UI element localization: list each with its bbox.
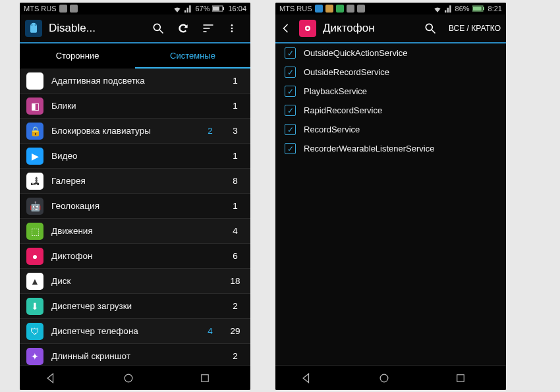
svg-point-9: [231, 30, 233, 32]
signal-icon: [445, 5, 453, 13]
list-item[interactable]: 🛡Диспетчер телефона429: [20, 319, 250, 344]
service-list: ✓OutsideQuickActionService✓OutsideRecord…: [275, 43, 506, 365]
checkbox-icon[interactable]: ✓: [285, 105, 296, 116]
overflow-icon[interactable]: [227, 22, 245, 35]
battery-icon: [212, 5, 225, 12]
app-row-icon: ⬚: [26, 223, 43, 240]
app-row-name: Диспетчер загрузки: [51, 301, 194, 311]
app-row-count: 6: [227, 251, 244, 261]
list-item[interactable]: ▶Видео1: [20, 144, 250, 169]
back-icon[interactable]: [281, 22, 293, 34]
battery-text: 67%: [195, 5, 210, 13]
list-item[interactable]: ⬚Движения4: [20, 219, 250, 244]
notif-icon: [325, 5, 333, 13]
nav-home-icon[interactable]: [378, 372, 404, 385]
service-name: RecorderWearableListenerService: [304, 144, 434, 154]
page-title: Диктофон: [323, 22, 375, 35]
nav-bar: [20, 365, 250, 390]
app-row-icon: 🛡: [26, 323, 43, 340]
app-row-name: Диктофон: [51, 251, 194, 261]
phone-left: MTS RUS 67% 16:04 Disable...: [20, 3, 250, 390]
svg-point-8: [231, 28, 233, 30]
app-row-count: 29: [227, 326, 244, 336]
notif-icon: [336, 5, 344, 13]
service-item[interactable]: ✓RecorderWearableListenerService: [275, 139, 506, 158]
svg-point-7: [231, 24, 233, 26]
nav-recent-icon[interactable]: [199, 372, 225, 384]
checkbox-icon[interactable]: ✓: [285, 86, 296, 97]
toggle-all-brief[interactable]: ВСЕ / КРАТКО: [449, 24, 501, 33]
svg-point-17: [426, 24, 432, 30]
app-icon: [299, 20, 316, 37]
app-row-name: Видео: [51, 151, 194, 161]
svg-point-19: [380, 374, 388, 382]
list-item[interactable]: 🏞Галерея8: [20, 169, 250, 194]
app-row-icon: 🏞: [26, 173, 43, 190]
search-icon[interactable]: [152, 22, 170, 35]
list-item[interactable]: ✦Длинный скриншот2: [20, 344, 250, 365]
list-item[interactable]: ◎Адаптивная подсветка1: [20, 69, 250, 94]
app-row-blue-count: 4: [202, 326, 219, 336]
app-row-name: Геолокация: [51, 201, 194, 211]
app-list[interactable]: ◎Адаптивная подсветка1◧Блики1🔒Блокировка…: [20, 69, 250, 365]
list-item[interactable]: 🤖Геолокация1: [20, 194, 250, 219]
tab-system[interactable]: Системные: [135, 43, 250, 69]
service-name: RapidRecordService: [304, 105, 382, 115]
clock-text: 8:21: [488, 5, 502, 13]
service-item[interactable]: ✓OutsideRecordService: [275, 63, 506, 82]
app-icon: [25, 20, 42, 37]
app-row-name: Блики: [51, 101, 194, 111]
clock-text: 16:04: [228, 5, 246, 13]
tab-thirdparty[interactable]: Сторонние: [20, 43, 135, 69]
checkbox-icon[interactable]: ✓: [285, 47, 296, 59]
service-item[interactable]: ✓PlaybackService: [275, 82, 506, 101]
app-row-name: Блокировка клавиатуры: [51, 126, 194, 136]
checkbox-icon[interactable]: ✓: [285, 124, 296, 135]
tabs: Сторонние Системные: [20, 43, 250, 69]
svg-rect-1: [213, 7, 219, 11]
nav-home-icon[interactable]: [122, 372, 148, 385]
service-item[interactable]: ✓RapidRecordService: [275, 101, 506, 120]
app-row-icon: ⬇: [26, 298, 43, 315]
list-item[interactable]: 🔒Блокировка клавиатуры23: [20, 119, 250, 144]
app-row-icon: ◎: [26, 72, 43, 90]
nav-back-icon[interactable]: [300, 372, 327, 385]
refresh-icon[interactable]: [177, 22, 195, 35]
notif-icon: [347, 5, 354, 13]
wifi-icon: [433, 5, 442, 13]
list-item[interactable]: ●Диктофон6: [20, 244, 250, 269]
status-bar: MTS RUS 67% 16:04: [20, 3, 250, 14]
app-row-icon: 🔒: [26, 123, 43, 140]
service-name: OutsideQuickActionService: [304, 48, 408, 58]
svg-line-6: [160, 30, 163, 34]
app-row-icon: ◧: [26, 98, 43, 115]
phone-right: MTS RUS 86% 8:21 Диктофон ВСЕ / КРАТКО ✓: [275, 3, 506, 390]
service-item[interactable]: ✓OutsideQuickActionService: [275, 43, 506, 63]
svg-point-5: [154, 24, 160, 30]
battery-text: 86%: [455, 5, 470, 13]
carrier-label: MTS RUS: [279, 5, 312, 13]
nav-recent-icon[interactable]: [455, 372, 481, 384]
titlebar: Диктофон ВСЕ / КРАТКО: [275, 14, 506, 43]
app-row-count: 8: [227, 176, 244, 186]
list-item[interactable]: ⬇Диспетчер загрузки2: [20, 294, 250, 319]
list-item[interactable]: ◧Блики1: [20, 94, 250, 119]
app-row-count: 1: [227, 201, 244, 211]
battery-icon: [472, 5, 486, 12]
checkbox-icon[interactable]: ✓: [285, 67, 296, 78]
nav-back-icon[interactable]: [45, 372, 71, 385]
notif-icon: [70, 5, 78, 13]
service-item[interactable]: ✓RecordService: [275, 120, 506, 139]
svg-point-3: [32, 24, 33, 26]
list-item[interactable]: ▲Диск18: [20, 269, 250, 294]
app-row-icon: 🤖: [26, 198, 43, 215]
checkbox-icon[interactable]: ✓: [285, 143, 296, 154]
app-row-name: Длинный скриншот: [51, 351, 194, 361]
search-icon[interactable]: [424, 22, 442, 35]
app-row-icon: ▶: [26, 148, 43, 165]
app-row-count: 1: [227, 101, 244, 111]
app-row-count: 4: [227, 226, 244, 236]
app-row-name: Диспетчер телефона: [51, 326, 194, 336]
svg-point-10: [125, 374, 132, 382]
sort-icon[interactable]: [202, 22, 220, 35]
